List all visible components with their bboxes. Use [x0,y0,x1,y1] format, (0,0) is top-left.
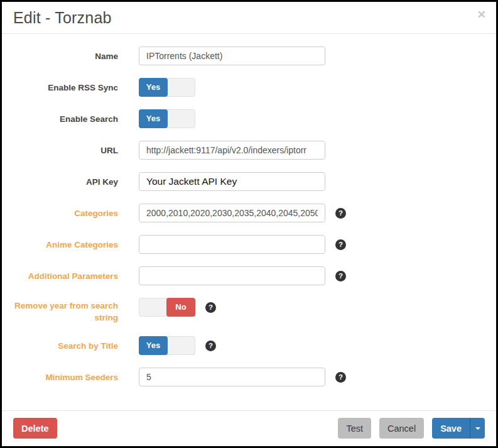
help-icon[interactable]: ? [335,239,346,250]
form-row-url: URL [13,141,485,160]
remove-year-toggle[interactable]: No [139,298,195,317]
search-by-title-toggle[interactable]: Yes [139,336,195,355]
enable-rss-sync-label: Enable RSS Sync [13,82,118,94]
remove-year-label: Remove year from search string [13,298,118,324]
modal-header: Edit - Torznab ✕ [2,2,496,34]
name-input[interactable] [139,46,325,65]
anime-categories-input[interactable] [139,235,325,254]
form-row-enable-search: Enable Search Yes [13,109,485,128]
categories-input[interactable] [139,204,325,222]
toggle-state-label: Yes [139,336,168,355]
help-icon[interactable]: ? [335,271,346,281]
form-row-api-key: API Key [13,172,485,191]
url-label: URL [13,145,118,156]
toggle-state-label: Yes [139,109,168,128]
help-icon[interactable]: ? [335,208,346,219]
form-row-minimum-seeders: Minimum Seeders ? [13,368,485,386]
enable-rss-sync-toggle[interactable]: Yes [139,78,195,97]
enable-search-toggle[interactable]: Yes [139,109,195,128]
name-label: Name [13,50,118,62]
minimum-seeders-input[interactable] [139,368,325,386]
form-row-anime-categories: Anime Categories ? [13,235,485,254]
modal-form: Name Enable RSS Sync Yes Enable Search Y… [2,34,496,386]
modal-title: Edit - Torznab [13,9,485,27]
form-row-enable-rss-sync: Enable RSS Sync Yes [13,78,485,97]
footer-actions: Test Cancel Save [330,418,485,439]
form-row-remove-year: Remove year from search string No ? [13,298,485,324]
categories-label: Categories [13,207,118,219]
modal-footer: Delete Test Cancel Save [2,410,496,446]
help-icon[interactable]: ? [205,302,216,313]
additional-parameters-input[interactable] [139,266,325,285]
help-icon[interactable]: ? [205,341,216,351]
search-by-title-label: Search by Title [13,340,118,352]
anime-categories-label: Anime Categories [13,239,118,251]
edit-torznab-modal: Edit - Torznab ✕ Name Enable RSS Sync Ye… [0,0,498,448]
form-row-search-by-title: Search by Title Yes ? [13,336,485,355]
url-input[interactable] [139,141,325,160]
caret-down-icon [475,427,480,430]
test-button[interactable]: Test [338,418,371,439]
cancel-button[interactable]: Cancel [379,418,424,439]
toggle-state-label: Yes [139,78,168,97]
toggle-state-label: No [166,298,195,317]
save-button[interactable]: Save [432,418,470,439]
api-key-label: API Key [13,176,118,188]
enable-search-label: Enable Search [13,113,118,125]
form-row-name: Name [13,46,485,65]
close-icon[interactable]: ✕ [477,9,486,20]
form-row-categories: Categories ? [13,204,485,222]
delete-button[interactable]: Delete [13,418,57,439]
minimum-seeders-label: Minimum Seeders [13,371,118,383]
help-icon[interactable]: ? [335,372,346,383]
api-key-input[interactable] [139,172,325,191]
form-row-additional-parameters: Additional Parameters ? [13,266,485,285]
additional-parameters-label: Additional Parameters [13,270,118,282]
save-dropdown-button[interactable] [470,418,485,439]
save-split-button: Save [432,418,485,439]
